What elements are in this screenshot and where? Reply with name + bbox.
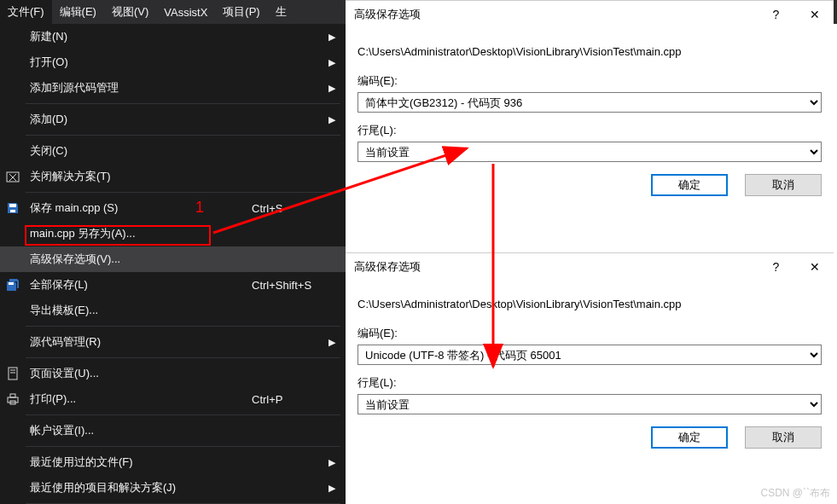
menu-item-label: 添加到源代码管理 <box>26 80 252 96</box>
submenu-arrow-icon: ▶ <box>328 337 335 348</box>
menu-item-label: 最近使用过的文件(F) <box>26 455 252 470</box>
dialog1-title: 高级保存选项 <box>346 7 757 22</box>
menu-item-label: 关闭(C) <box>26 143 252 159</box>
dialog1-cancel-button[interactable]: 取消 <box>745 174 822 196</box>
dialog2-titlebar: 高级保存选项 ? ✕ <box>346 253 834 281</box>
submenu-arrow-icon: ▶ <box>328 114 335 125</box>
menu-vassistx[interactable]: VAssistX <box>156 0 215 24</box>
svg-rect-9 <box>8 397 18 403</box>
menu-item-3[interactable]: 添加(D)▶ <box>0 107 346 132</box>
menu-item-8[interactable]: 高级保存选项(V)... <box>0 246 346 272</box>
page-setup-icon <box>0 367 26 380</box>
menu-item-15[interactable]: 最近使用过的文件(F)▶ <box>0 449 346 475</box>
submenu-arrow-icon: ▶ <box>328 457 335 468</box>
dialog-advanced-save-1: 高级保存选项 ? ✕ C:\Users\Administrator\Deskto… <box>346 0 834 208</box>
menu-item-5[interactable]: 关闭解决方案(T) <box>0 164 346 189</box>
dialog2-encoding-label: 编码(E): <box>357 326 822 341</box>
svg-rect-6 <box>9 368 17 379</box>
dialog2-lineend-label: 行尾(L): <box>357 375 822 391</box>
svg-rect-4 <box>10 210 15 212</box>
submenu-arrow-icon: ▶ <box>328 57 335 68</box>
dialog2-encoding-select[interactable]: Unicode (UTF-8 带签名) - 代码页 65001 <box>357 345 822 365</box>
dialog1-titlebar: 高级保存选项 ? ✕ <box>346 1 834 28</box>
menu-item-shortcut: Ctrl+S <box>252 202 346 215</box>
menu-item-label: 打印(P)... <box>26 391 252 407</box>
watermark: CSDN @``布布 <box>760 486 830 501</box>
menu-edit[interactable]: 编辑(E) <box>52 0 104 24</box>
dialog1-file-path: C:\Users\Administrator\Desktop\VisionLib… <box>357 45 822 58</box>
menu-item-14[interactable]: 帐户设置(I)... <box>0 418 346 443</box>
file-menu-dropdown: 新建(N)▶打开(O)▶添加到源代码管理▶添加(D)▶关闭(C)关闭解决方案(T… <box>0 24 346 504</box>
menu-item-13[interactable]: 打印(P)...Ctrl+P <box>0 386 346 412</box>
dialog1-help-button[interactable]: ? <box>757 1 795 28</box>
menu-item-1[interactable]: 打开(O)▶ <box>0 49 346 75</box>
menu-item-label: 帐户设置(I)... <box>26 423 252 438</box>
dialog1-encoding-select[interactable]: 简体中文(GB2312) - 代码页 936 <box>357 92 822 113</box>
menu-item-11[interactable]: 源代码管理(R)▶ <box>0 329 346 355</box>
dialog2-help-button[interactable]: ? <box>757 253 795 281</box>
print-icon <box>0 392 26 406</box>
menu-item-label: 添加(D) <box>26 112 252 127</box>
menu-item-label: 高级保存选项(V)... <box>26 252 252 267</box>
dialog2-lineend-select[interactable]: 当前设置 <box>357 394 822 414</box>
dialog1-encoding-label: 编码(E): <box>357 73 822 89</box>
menu-item-label: main.cpp 另存为(A)... <box>26 226 252 241</box>
menu-item-label: 关闭解决方案(T) <box>26 169 252 184</box>
close-solution-icon <box>0 170 26 183</box>
menu-item-label: 打开(O) <box>26 55 252 70</box>
dialog1-close-button[interactable]: ✕ <box>795 1 834 28</box>
dialog2-file-path: C:\Users\Administrator\Desktop\VisionLib… <box>357 298 822 310</box>
dialog1-lineend-select[interactable]: 当前设置 <box>357 142 822 162</box>
menu-item-label: 源代码管理(R) <box>26 334 252 350</box>
dialog2-ok-button[interactable]: 确定 <box>651 426 728 449</box>
dialog1-lineend-label: 行尾(L): <box>357 123 822 138</box>
submenu-arrow-icon: ▶ <box>328 83 335 94</box>
dialog2-close-button[interactable]: ✕ <box>795 253 834 281</box>
menu-item-9[interactable]: 全部保存(L)Ctrl+Shift+S <box>0 272 346 298</box>
svg-rect-5 <box>9 282 14 285</box>
menu-item-label: 保存 main.cpp (S) <box>26 200 252 216</box>
dialog-advanced-save-2: 高级保存选项 ? ✕ C:\Users\Administrator\Deskto… <box>346 252 834 461</box>
svg-rect-10 <box>10 394 15 397</box>
menu-item-shortcut: Ctrl+Shift+S <box>252 279 346 292</box>
menu-item-12[interactable]: 页面设置(U)... <box>0 361 346 386</box>
menu-project[interactable]: 项目(P) <box>215 0 267 24</box>
submenu-arrow-icon: ▶ <box>328 483 335 494</box>
menu-item-7[interactable]: main.cpp 另存为(A)... <box>0 221 346 246</box>
menu-item-label: 页面设置(U)... <box>26 366 252 381</box>
svg-rect-3 <box>9 204 16 207</box>
save-all-icon <box>0 278 26 292</box>
submenu-arrow-icon: ▶ <box>328 32 335 43</box>
menu-item-10[interactable]: 导出模板(E)... <box>0 298 346 323</box>
menu-file[interactable]: 文件(F) <box>0 0 52 24</box>
menu-item-label: 新建(N) <box>26 29 252 44</box>
dialog2-title: 高级保存选项 <box>346 259 757 275</box>
menu-build[interactable]: 生 <box>268 0 294 24</box>
dialog2-cancel-button[interactable]: 取消 <box>745 426 822 449</box>
dialog1-ok-button[interactable]: 确定 <box>651 174 728 196</box>
menu-item-shortcut: Ctrl+P <box>252 393 346 406</box>
menu-view[interactable]: 视图(V) <box>104 0 156 24</box>
menu-item-label: 全部保存(L) <box>26 277 252 293</box>
menu-item-4[interactable]: 关闭(C) <box>0 138 346 164</box>
menu-item-label: 导出模板(E)... <box>26 303 252 318</box>
menu-item-6[interactable]: 保存 main.cpp (S)Ctrl+S <box>0 195 346 221</box>
save-icon <box>0 201 26 215</box>
menu-item-label: 最近使用的项目和解决方案(J) <box>26 480 252 495</box>
menu-item-16[interactable]: 最近使用的项目和解决方案(J)▶ <box>0 475 346 501</box>
menu-item-0[interactable]: 新建(N)▶ <box>0 24 346 49</box>
menu-item-2[interactable]: 添加到源代码管理▶ <box>0 75 346 101</box>
